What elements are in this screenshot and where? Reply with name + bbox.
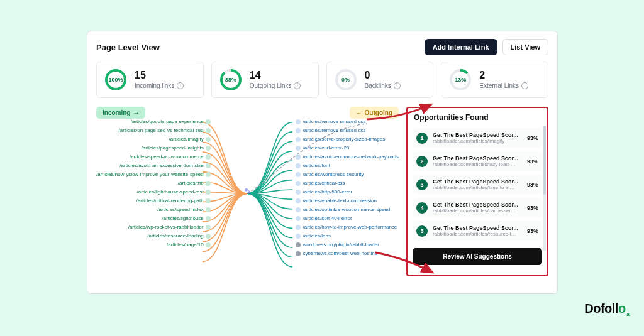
info-icon[interactable]: i (177, 82, 184, 89)
stat-value: 2 (479, 70, 528, 80)
node-label: /articles/on-page-seo-vs-technical-seo (119, 127, 204, 134)
stat-incoming: 100% 15 Incoming linksi (96, 62, 204, 98)
node-label: /articles/speed-up-woocommerce (130, 153, 204, 161)
outgoing-node[interactable]: /articles/critical-css (296, 180, 345, 187)
incoming-node[interactable]: /articles/page/10 (167, 241, 211, 249)
outgoing-node[interactable]: /articles/enable-text-compression (296, 197, 376, 205)
opportunity-item[interactable]: 1Get The Best PageSpeed Scor...rabbitloa… (413, 128, 542, 148)
outgoing-node[interactable]: wordpress.org/plugin/rabbit-loader (296, 241, 379, 249)
outgoing-node[interactable]: /articles/optimize-woocommerce-speed (296, 206, 390, 214)
add-internal-link-button[interactable]: Add Internal Link (425, 39, 497, 55)
node-label: /articles/lens (303, 232, 330, 240)
node-label: /articles/enable-text-compression (303, 197, 376, 205)
node-bullet-icon (206, 172, 211, 177)
stat-value: 14 (250, 70, 301, 80)
outgoing-node[interactable]: /articles/lens (296, 232, 330, 240)
scrollbar[interactable] (543, 126, 546, 251)
page-title: Page Level View (96, 43, 160, 52)
node-label: /articles/how-to-improve-web-performance (303, 224, 397, 231)
node-label: cybernews.com/best-web-hosting (303, 250, 377, 257)
node-bullet-icon (296, 154, 301, 160)
outgoing-node[interactable]: /articles/how-to-improve-web-performance (296, 224, 397, 231)
incoming-node[interactable]: /articles/on-page-seo-vs-technical-seo (119, 127, 211, 134)
incoming-node[interactable]: /articles/speed-up-woocommerce (130, 153, 211, 161)
opportunity-url: rabbitloader.com/articles/cache-ser… (433, 208, 522, 214)
opportunity-percent: 93% (527, 205, 538, 211)
chip-incoming[interactable]: Incoming→ (96, 107, 145, 119)
opportunity-percent: 93% (527, 158, 538, 165)
svg-point-3 (221, 70, 240, 89)
incoming-node[interactable]: /articles/imagify (169, 136, 211, 143)
incoming-node[interactable]: /articles/lighthouse (162, 215, 210, 222)
node-bullet-icon (206, 163, 211, 168)
node-label: /articles/critical-css (303, 180, 345, 187)
node-label: /articles/serve-properly-sized-images (303, 136, 385, 143)
list-view-button[interactable]: List View (502, 39, 548, 55)
incoming-node[interactable]: /articles/speed-index (157, 206, 210, 214)
opportunity-percent: 93% (527, 228, 538, 234)
opportunity-url: rabbitloader.com/articles/time-to-in… (433, 185, 522, 190)
node-bullet-icon (296, 181, 301, 186)
stat-outgoing: 88% 14 Outgoing Linksi (211, 62, 319, 98)
rank-badge: 5 (416, 225, 428, 237)
incoming-node[interactable]: /articles/wp-rocket-vs-rabbitloader (128, 224, 211, 231)
outgoing-node[interactable]: cybernews.com/best-web-hosting (296, 250, 377, 257)
svg-point-1 (106, 70, 125, 89)
opportunity-title: Get The Best PageSpeed Scor... (433, 225, 522, 231)
incoming-node[interactable]: /articles/pagespeed-insights (142, 144, 211, 152)
node-label: /articles/remove-unused-css (303, 118, 365, 126)
opportunity-item[interactable]: 3Get The Best PageSpeed Scor...rabbitloa… (413, 175, 542, 194)
incoming-node[interactable]: /articles/lighthouse-speed-test (136, 188, 210, 196)
outgoing-node[interactable]: /articles/soft-404-error (296, 215, 352, 222)
incoming-node[interactable]: /articles/avoid-an-excessive-dom-size (119, 162, 210, 170)
incoming-node[interactable]: /articles/ttfb (178, 180, 211, 187)
node-bullet-icon (296, 234, 301, 239)
info-icon[interactable]: i (521, 82, 528, 89)
opportunity-title: Get The Best PageSpeed Scor... (433, 155, 522, 161)
info-icon[interactable]: i (394, 82, 401, 89)
stat-value: 15 (135, 70, 184, 80)
outgoing-node[interactable]: /articles/avoid-enormous-network-payload… (296, 153, 399, 161)
outgoing-node[interactable]: /articles/wordpress-security (296, 171, 364, 178)
node-bullet-icon (296, 137, 301, 142)
node-bullet-icon (296, 251, 301, 256)
opportunity-url: rabbitloader.com/articles/imagify (433, 138, 522, 144)
incoming-node[interactable]: /articles/resource-loading (147, 232, 210, 240)
node-bullet-icon (206, 198, 211, 203)
arrow-right-icon: → (356, 109, 362, 116)
node-label: /articles/wordpress-security (303, 171, 364, 178)
opportunities-list: 1Get The Best PageSpeed Scor...rabbitloa… (413, 128, 542, 241)
node-bullet-icon (296, 198, 301, 203)
review-ai-suggestions-button[interactable]: Review AI Suggestions (413, 248, 542, 265)
info-icon[interactable]: i (294, 82, 301, 89)
node-bullet-icon (206, 216, 211, 221)
outgoing-node[interactable]: /articles/serve-properly-sized-images (296, 136, 385, 143)
rank-badge: 3 (416, 179, 428, 190)
outgoing-node[interactable]: /articles/font (296, 162, 330, 170)
node-bullet-icon (296, 128, 301, 133)
opportunity-title: Get The Best PageSpeed Scor... (433, 202, 522, 208)
incoming-node[interactable]: /articles/how-yslow-improve-your-website… (96, 171, 211, 178)
opportunity-percent: 93% (527, 182, 538, 188)
outgoing-node[interactable]: /articles/http-500-error (296, 188, 352, 196)
outgoing-node[interactable]: /articles/remove-unused-css (296, 127, 365, 134)
node-bullet-icon (296, 242, 301, 247)
opportunity-item[interactable]: 5Get The Best PageSpeed Scor...rabbitloa… (413, 221, 542, 241)
incoming-node[interactable]: /articles/google-page-experience (131, 118, 211, 126)
stat-external: 13% 2 External Linksi (441, 62, 548, 98)
node-bullet-icon (206, 128, 211, 133)
outgoing-node[interactable]: /articles/remove-unused-css (296, 118, 365, 126)
node-bullet-icon (206, 207, 211, 212)
incoming-node[interactable]: /articles/critical-rendering-path (136, 197, 211, 205)
ring-outgoing: 88% (219, 68, 242, 91)
node-bullet-icon (296, 190, 301, 195)
chip-outgoing[interactable]: →Outgoing (350, 107, 399, 119)
outgoing-node[interactable]: /articles/curl-error-28 (296, 144, 349, 152)
opportunities-panel: Opportunities Found 1Get The Best PageSp… (406, 107, 548, 276)
opportunity-item[interactable]: 2Get The Best PageSpeed Scor...rabbitloa… (413, 151, 542, 171)
node-label: /articles/soft-404-error (303, 215, 352, 222)
node-label: /articles/imagify (169, 136, 204, 143)
opportunity-title: Get The Best PageSpeed Scor... (433, 178, 522, 185)
opportunity-item[interactable]: 4Get The Best PageSpeed Scor...rabbitloa… (413, 198, 542, 217)
brand-logo: Dofollo.ai (584, 301, 630, 317)
